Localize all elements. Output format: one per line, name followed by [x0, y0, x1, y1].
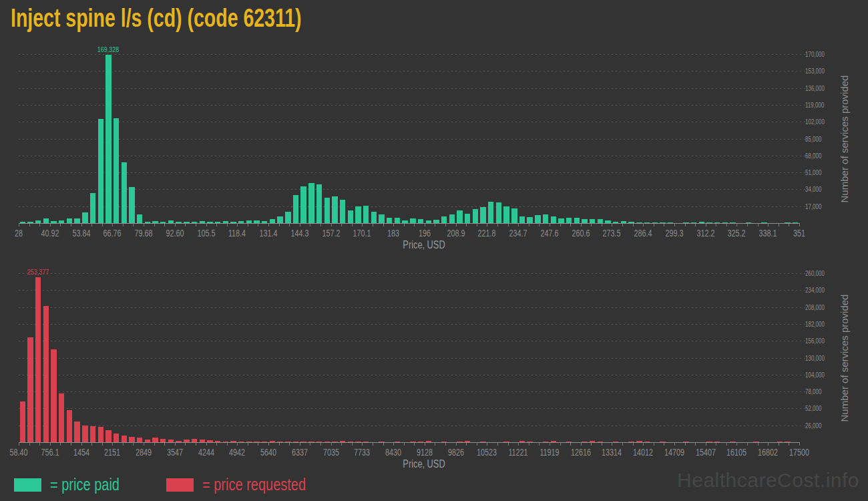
tick-mark — [445, 224, 446, 226]
tick-mark — [216, 443, 217, 446]
bar — [418, 442, 423, 442]
tick-mark — [175, 443, 176, 446]
tick-mark — [289, 443, 290, 446]
tick-mark — [154, 443, 155, 446]
tick-mark — [550, 443, 550, 446]
x-tick-label: 4244 — [198, 446, 214, 458]
x-tick-label: 157.2 — [322, 227, 340, 238]
tick-mark — [185, 443, 186, 446]
bar — [613, 222, 618, 223]
tick-mark — [175, 224, 176, 226]
bar — [192, 439, 197, 442]
bar — [277, 442, 282, 442]
y-tick-label: 52,000 — [805, 405, 821, 412]
bar — [598, 219, 603, 223]
tick-mark — [81, 224, 82, 226]
grid-line — [19, 122, 806, 122]
tick-mark — [112, 443, 113, 446]
tick-mark — [248, 443, 248, 446]
bar — [644, 222, 650, 223]
tick-mark — [50, 443, 51, 446]
bar — [246, 442, 252, 442]
tick-mark — [279, 224, 280, 226]
y-tick-label: 119,000 — [805, 101, 824, 108]
tick-mark — [60, 224, 61, 226]
bar — [74, 422, 79, 442]
y-tick-label: 104,000 — [805, 371, 825, 378]
tick-mark — [29, 443, 30, 446]
bar — [215, 441, 220, 442]
x-tick-label: 170.1 — [353, 227, 371, 238]
bar — [605, 220, 610, 223]
tick-mark — [279, 443, 280, 446]
tick-mark — [654, 224, 654, 226]
tick-mark — [185, 224, 186, 226]
tick-mark — [310, 224, 310, 226]
grid-line — [19, 408, 806, 409]
bar — [105, 430, 111, 442]
bar — [598, 442, 603, 442]
tick-mark — [685, 224, 686, 226]
bar — [176, 441, 181, 442]
bar — [699, 222, 704, 223]
grid-line — [19, 324, 806, 325]
tick-mark — [497, 443, 498, 446]
tick-mark — [404, 224, 405, 226]
bar — [200, 221, 205, 223]
grid-line — [19, 172, 806, 173]
bar — [465, 441, 470, 442]
x-tick-label: 11919 — [539, 446, 559, 458]
requested-swatch — [166, 478, 194, 492]
tick-mark — [352, 224, 353, 226]
tick-mark — [393, 443, 394, 446]
x-tick-label: 312.2 — [696, 227, 714, 238]
x-tick-label: 8430 — [385, 446, 401, 458]
tick-mark — [758, 443, 758, 446]
x-tick-label: 286.4 — [634, 227, 652, 238]
tick-mark — [39, 224, 40, 226]
x-tick-label: 66.76 — [103, 227, 122, 238]
tick-mark — [747, 443, 748, 446]
x-tick-label: 40.92 — [41, 227, 59, 238]
tick-mark — [414, 224, 415, 226]
bar — [43, 306, 49, 442]
bar — [67, 410, 72, 442]
x-tick-label: 325.2 — [728, 227, 746, 238]
bar — [691, 222, 696, 223]
tick-mark — [716, 224, 716, 226]
tick-mark — [102, 443, 103, 446]
bar — [246, 220, 252, 223]
bar — [621, 221, 626, 223]
tick-mark — [799, 224, 800, 226]
tick-mark — [29, 224, 30, 226]
tick-mark — [144, 443, 144, 446]
bar — [441, 442, 447, 442]
bar — [465, 214, 470, 223]
grid-line — [19, 105, 806, 106]
bar — [27, 337, 33, 442]
y-tick-label: 17,000 — [805, 202, 821, 210]
requested-label: = price requested — [202, 475, 306, 494]
tick-mark — [289, 224, 290, 226]
bar — [355, 206, 361, 223]
y-tick-label: 182,000 — [805, 320, 825, 327]
tick-mark — [518, 224, 519, 226]
tick-mark — [268, 443, 269, 446]
x-tick-label: 53.84 — [72, 227, 90, 238]
bar — [628, 222, 634, 223]
bar — [706, 222, 712, 223]
bar — [137, 214, 142, 223]
grid-line — [19, 307, 806, 308]
x-tick-label: 1454 — [73, 446, 89, 458]
tick-mark — [206, 224, 207, 226]
bar — [636, 441, 642, 442]
bar — [496, 202, 501, 223]
tick-mark — [602, 224, 602, 226]
grid-line — [19, 139, 806, 140]
bar — [363, 442, 369, 442]
tick-mark — [112, 224, 113, 226]
x-tick-label: 3547 — [167, 446, 183, 458]
bar — [543, 214, 548, 223]
tick-mark — [622, 224, 623, 226]
bar — [35, 220, 41, 223]
